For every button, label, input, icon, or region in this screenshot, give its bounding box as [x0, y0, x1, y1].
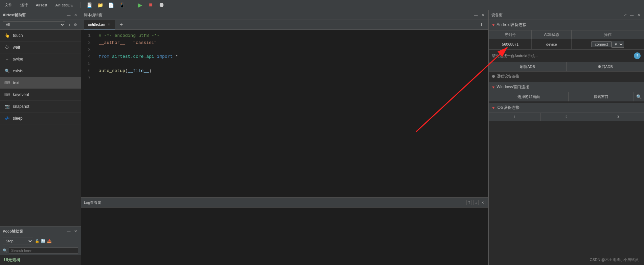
- toolbar-menu-airtest[interactable]: AirTest: [34, 2, 49, 8]
- tab-close-btn[interactable]: ✕: [107, 22, 111, 27]
- new-icon[interactable]: 📄: [108, 2, 115, 8]
- log-T-icon[interactable]: T: [466, 200, 472, 205]
- android-refresh-adb-btn[interactable]: 刷新ADB: [489, 62, 567, 71]
- wait-label: wait: [13, 45, 20, 50]
- log-panel-title: Log查看窗: [84, 200, 101, 205]
- airtest-dropdown-row: All ＋ ⚙: [0, 20, 81, 30]
- run-btn[interactable]: ▶: [137, 2, 143, 8]
- device-serial: 56068871: [489, 39, 532, 50]
- right-panel: 设备窗 ⤢ — ✕ ♥ Android设备连接 序列号 ADB状态 操作: [488, 10, 644, 265]
- android-help-btn[interactable]: ?: [634, 52, 641, 59]
- exists-icon: 🔍: [4, 68, 10, 74]
- android-col-adb: ADB状态: [532, 30, 572, 39]
- editor-title: 脚本编辑窗: [84, 13, 102, 18]
- windows-section-title: Windows窗口连接: [497, 84, 529, 90]
- windows-section-header[interactable]: ♥ Windows窗口连接: [489, 82, 644, 92]
- text-label: text: [13, 80, 19, 85]
- editor-close-icon[interactable]: ✕: [480, 12, 485, 18]
- watermark: CSDN @木土雨成小小测试员: [590, 257, 639, 262]
- stop-btn[interactable]: ■: [147, 2, 154, 8]
- poco-export-icon[interactable]: 📤: [47, 238, 52, 244]
- airtest-item-exists[interactable]: 🔍 exists: [0, 65, 81, 77]
- ios-section-header[interactable]: ♥ iOS设备连接: [489, 103, 644, 113]
- device-icon[interactable]: 📱: [119, 2, 125, 8]
- poco-search-icon: 🔍: [3, 248, 7, 253]
- poco-title: Poco辅助窗: [3, 229, 23, 234]
- tab-add-btn[interactable]: +: [118, 21, 125, 28]
- line-numbers: 1 2 3 4 5 6 7: [81, 30, 95, 197]
- airtest-add-icon[interactable]: ＋: [67, 22, 72, 27]
- airtest-header-icons: — ✕: [66, 12, 78, 18]
- record-btn[interactable]: ⏺: [158, 2, 165, 8]
- airtest-item-sleep[interactable]: 💤 sleep: [0, 113, 81, 124]
- airtest-filter-select[interactable]: All: [3, 21, 65, 28]
- code-content[interactable]: # -*- encoding=utf8 -*- __author__ = "ca…: [95, 30, 488, 197]
- android-heart-icon: ♥: [492, 23, 495, 27]
- poco-close-icon[interactable]: ✕: [73, 228, 78, 234]
- open-icon[interactable]: 📁: [97, 2, 104, 8]
- text-icon: ⌨: [4, 80, 10, 86]
- poco-search-input[interactable]: [9, 247, 78, 254]
- airtest-item-wait[interactable]: ⏱ wait: [0, 42, 81, 53]
- keyevent-icon: ⌨: [4, 92, 10, 98]
- editor-minimize-icon[interactable]: —: [473, 12, 479, 18]
- toolbar-menu-aiртestide[interactable]: AirTestIDE: [53, 2, 75, 8]
- device-panel-title: 设备窗: [491, 13, 503, 18]
- poco-mode-select[interactable]: Stop: [3, 238, 33, 244]
- airtest-item-swipe[interactable]: ↔ swipe: [0, 53, 81, 65]
- android-restart-adb-btn[interactable]: 重启ADB: [567, 62, 644, 71]
- airtest-minimize-icon[interactable]: —: [66, 12, 71, 18]
- airtest-item-text[interactable]: ⌨ text: [0, 77, 81, 89]
- toolbar-menu-run[interactable]: 运行: [18, 2, 30, 8]
- android-device-table: 序列号 ADB状态 操作 56068871 device connect ▼: [489, 30, 644, 50]
- sleep-label: sleep: [13, 116, 23, 121]
- toolbar: 文件 运行 AirTest AirTestIDE 💾 📁 📄 📱 ▶ ■ ⏺: [0, 0, 644, 10]
- airtest-settings-icon[interactable]: ⚙: [73, 22, 78, 27]
- tab-untitled[interactable]: untitled.air ✕: [84, 20, 115, 29]
- save-icon[interactable]: 💾: [86, 2, 93, 8]
- code-editor[interactable]: 1 2 3 4 5 6 7 # -*- encoding=utf8 -*- __…: [81, 30, 488, 197]
- poco-tree-item[interactable]: UI元素树: [0, 255, 81, 265]
- device-panel-close-icon[interactable]: ✕: [636, 12, 641, 18]
- device-adb-status: device: [532, 39, 572, 50]
- ios-device-row-empty: [489, 121, 644, 141]
- airtest-item-touch[interactable]: 👆 touch: [0, 30, 81, 42]
- poco-refresh-icon[interactable]: 🔄: [41, 238, 46, 244]
- snapshot-label: snapshot: [13, 104, 29, 109]
- airtest-item-snapshot[interactable]: 📷 snapshot: [0, 101, 81, 113]
- poco-lock-icon[interactable]: 🔒: [34, 238, 40, 244]
- windows-select-game-btn[interactable]: 选择游戏画面: [489, 92, 569, 101]
- swipe-label: swipe: [13, 57, 23, 62]
- editor-expand-icon[interactable]: ⬇: [479, 22, 484, 27]
- device-panel-expand-icon[interactable]: ⤢: [622, 12, 628, 18]
- sleep-icon: 💤: [4, 115, 10, 121]
- poco-panel: Poco辅助窗 — ✕ Stop 🔒 🔄 📤 🔍: [0, 226, 81, 265]
- poco-minimize-icon[interactable]: —: [66, 228, 71, 234]
- airtest-list: 👆 touch ⏱ wait ↔ swipe 🔍 exists ⌨ text ⌨: [0, 30, 81, 226]
- log-expand-icon[interactable]: □: [473, 200, 479, 205]
- main-layout: Airtest辅助窗 — ✕ All ＋ ⚙ 👆 touch ⏱ wait: [0, 10, 644, 265]
- log-content: [81, 208, 488, 265]
- airtest-close-icon[interactable]: ✕: [73, 12, 78, 18]
- wait-icon: ⏱: [4, 44, 10, 50]
- device-panel-minimize-icon[interactable]: —: [629, 12, 635, 18]
- toolbar-menu-file[interactable]: 文件: [3, 2, 14, 8]
- windows-search-window-btn[interactable]: 搜索窗口: [569, 92, 634, 101]
- poco-panel-header: Poco辅助窗 — ✕: [0, 226, 81, 236]
- windows-search-icon-btn[interactable]: 🔍: [634, 92, 644, 101]
- editor-panel-header: 脚本编辑窗 — ✕: [81, 10, 488, 20]
- airtest-item-keyevent[interactable]: ⌨ keyevent: [0, 89, 81, 101]
- device-action-cell: connect ▼: [572, 39, 644, 50]
- exists-label: exists: [13, 69, 23, 73]
- swipe-icon: ↔: [4, 56, 10, 62]
- ios-col-1: 1: [489, 113, 541, 121]
- poco-dropdown-row: Stop 🔒 🔄 📤: [0, 236, 81, 246]
- log-close-icon[interactable]: ✕: [480, 200, 485, 205]
- airtest-dropdown-icons: ＋ ⚙: [67, 22, 78, 27]
- editor-header-icons: — ✕: [473, 12, 485, 18]
- airtest-panel-header: Airtest辅助窗 — ✕: [0, 10, 81, 20]
- android-section-header[interactable]: ♥ Android设备连接: [489, 20, 644, 30]
- remote-connect-row[interactable]: 远程设备连接: [489, 71, 644, 81]
- device-connect-btn[interactable]: connect: [591, 41, 612, 47]
- device-connect-dropdown[interactable]: ▼: [612, 41, 624, 48]
